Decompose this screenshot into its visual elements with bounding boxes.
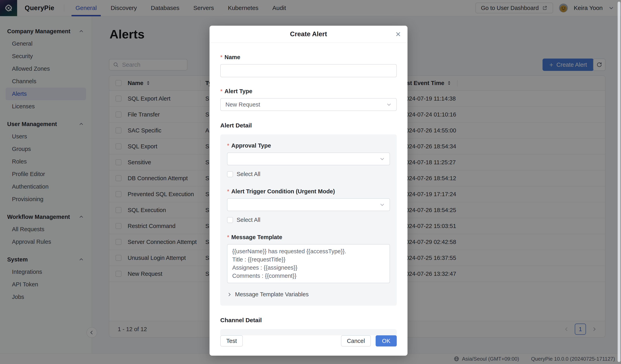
select-all-label: Select All	[237, 217, 260, 223]
required-asterisk: *	[227, 234, 229, 241]
channel-detail-heading: Channel Detail	[220, 317, 397, 324]
required-asterisk: *	[227, 142, 229, 149]
select-all-checkbox[interactable]	[227, 171, 233, 177]
modal-header: Create Alert ✕	[209, 26, 408, 43]
alert-detail-panel: * Approval Type Select All * Alert Trigg…	[220, 134, 397, 306]
modal-body: * Name * Alert Type New Request Alert De…	[209, 43, 408, 335]
trigger-condition-select[interactable]	[227, 198, 390, 211]
create-alert-modal: Create Alert ✕ * Name * Alert Type New R…	[209, 26, 408, 356]
approval-type-label: * Approval Type	[227, 142, 390, 149]
approval-type-select-all[interactable]: Select All	[227, 171, 390, 177]
page-scrollbar[interactable]	[618, 1, 621, 362]
name-field-label: * Name	[220, 54, 397, 61]
chevron-right-icon	[227, 292, 232, 297]
required-asterisk: *	[220, 88, 223, 95]
alert-detail-heading: Alert Detail	[220, 122, 397, 129]
variables-toggle-label: Message Template Variables	[235, 291, 309, 298]
trigger-condition-label: * Alert Trigger Condition (Urgent Mode)	[227, 188, 390, 195]
channel-detail-panel: * Channel	[220, 329, 397, 335]
alert-name-input[interactable]	[220, 64, 397, 77]
modal-footer: Test Cancel OK	[209, 335, 408, 356]
chevron-down-icon	[380, 156, 385, 161]
message-template-textarea[interactable]: {{userName}} has requested {{accessType}…	[227, 244, 390, 283]
close-icon[interactable]: ✕	[394, 30, 402, 38]
app-root: QueryPie General Discovery Databases Ser…	[0, 0, 621, 364]
modal-title: Create Alert	[290, 30, 327, 38]
alert-type-value: New Request	[225, 101, 260, 108]
message-template-label: * Message Template	[227, 234, 390, 241]
chevron-down-icon	[386, 102, 392, 107]
approval-type-select[interactable]	[227, 153, 390, 165]
cancel-button[interactable]: Cancel	[341, 335, 371, 347]
message-template-variables-toggle[interactable]: Message Template Variables	[227, 291, 390, 298]
chevron-down-icon	[380, 202, 385, 207]
test-button[interactable]: Test	[220, 335, 243, 347]
alert-type-select[interactable]: New Request	[220, 98, 397, 111]
select-all-checkbox[interactable]	[227, 217, 233, 223]
alert-type-label: * Alert Type	[220, 88, 397, 95]
select-all-label: Select All	[237, 171, 260, 177]
trigger-condition-select-all[interactable]: Select All	[227, 217, 390, 223]
ok-button[interactable]: OK	[376, 335, 397, 347]
required-asterisk: *	[227, 188, 229, 195]
required-asterisk: *	[220, 54, 223, 61]
